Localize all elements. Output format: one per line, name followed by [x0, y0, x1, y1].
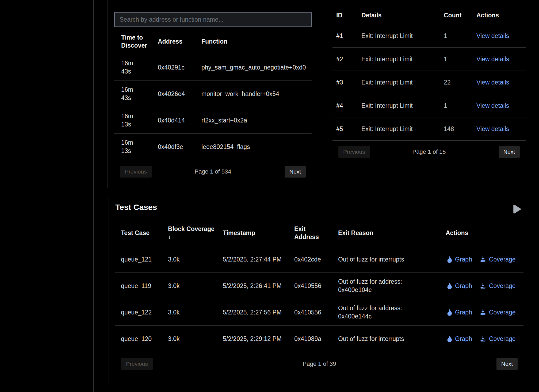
col-exit-address: Exit Address [289, 225, 332, 241]
graph-link-label: Graph [455, 335, 472, 343]
test-case-cell: queue_122 [115, 308, 162, 316]
download-icon [480, 256, 486, 263]
next-button[interactable]: Next [285, 166, 306, 178]
page-title: Test Cases [115, 203, 157, 212]
col-exit-reason: Exit Reason [332, 229, 440, 237]
coverage-link-label: Coverage [489, 255, 516, 263]
exits-panel-top-divider [332, 3, 526, 3]
col-time-to-discover: Time to Discover [114, 33, 151, 50]
coverage-link[interactable]: Coverage [480, 335, 516, 343]
coverage-link[interactable]: Coverage [480, 308, 516, 316]
col-block-coverage[interactable]: Block Coverage ↓ [162, 225, 217, 241]
exit-address-cell: 0x410556 [289, 282, 332, 290]
col-test-case: Test Case [115, 229, 162, 237]
time-cell: 16m 43s [114, 86, 151, 102]
coverage-link-label: Coverage [489, 308, 516, 316]
play-button[interactable] [511, 204, 521, 214]
exit-id: #2 [332, 55, 358, 63]
address-cell: 0x40291c [151, 63, 194, 71]
test-case-cell: queue_120 [115, 335, 162, 343]
timestamp-cell: 5/2/2025, 2:27:56 PM [217, 308, 289, 316]
view-details-link[interactable]: View details [476, 56, 509, 63]
exit-address-cell: 0x41089a [289, 335, 332, 343]
flame-icon [446, 256, 452, 263]
exit-address-cell: 0x402cde [289, 255, 332, 263]
exit-address-cell: 0x410556 [289, 308, 332, 316]
table-row: queue_121 3.0k 5/2/2025, 2:27:44 PM 0x40… [115, 246, 523, 273]
download-icon [480, 282, 486, 289]
functions-panel: Time to Discover Address Function 16m 43… [108, 0, 318, 188]
play-icon [511, 204, 521, 214]
block-coverage-cell: 3.0k [162, 335, 217, 343]
table-row: 16m 13s 0x40df3e ieee802154_flags [114, 134, 312, 160]
test-cases-pagination: Previous Page 1 of 39 Next [115, 358, 523, 370]
view-details-link[interactable]: View details [476, 32, 509, 39]
next-button[interactable]: Next [499, 146, 520, 158]
page-info: Page 1 of 39 [115, 358, 523, 370]
graph-link[interactable]: Graph [446, 255, 472, 263]
coverage-link-label: Coverage [489, 282, 516, 290]
search-input[interactable] [114, 12, 312, 27]
time-cell: 16m 43s [114, 59, 151, 75]
exits-panel: ID Details Count Actions #1 Exit: Interr… [326, 0, 532, 188]
graph-link-label: Graph [455, 255, 472, 263]
sort-descending-icon[interactable]: ↓ [168, 233, 217, 241]
exit-details: Exit: Interrupt Limit [358, 125, 440, 133]
function-cell: phy_sam_gmac_auto_negotiate+0xd0 [194, 63, 312, 71]
col-count: Count [440, 11, 473, 19]
flame-icon [446, 282, 452, 289]
function-cell: rf2xx_start+0x2a [194, 116, 312, 124]
function-cell: ieee802154_flags [194, 143, 312, 151]
table-row: #1 Exit: Interrupt Limit 1 View details [332, 24, 526, 48]
time-cell: 16m 13s [114, 139, 151, 155]
timestamp-cell: 5/2/2025, 2:26:41 PM [217, 282, 289, 290]
coverage-link-label: Coverage [489, 335, 516, 343]
graph-link[interactable]: Graph [446, 308, 472, 316]
block-coverage-cell: 3.0k [162, 255, 217, 263]
table-row: queue_120 3.0k 5/2/2025, 2:29:12 PM 0x41… [115, 326, 523, 352]
exit-count: 1 [440, 32, 473, 40]
test-case-cell: queue_119 [115, 282, 162, 290]
graph-link[interactable]: Graph [446, 282, 472, 290]
table-row: #5 Exit: Interrupt Limit 148 View detail… [332, 117, 526, 141]
exit-id: #5 [332, 125, 358, 133]
content-left-border [93, 0, 94, 392]
view-details-link[interactable]: View details [476, 79, 509, 86]
test-cases-table-header: Test Case Block Coverage ↓ Timestamp Exi… [115, 219, 523, 246]
block-coverage-cell: 3.0k [162, 308, 217, 316]
time-cell: 16m 13s [114, 112, 151, 128]
col-details: Details [358, 11, 440, 19]
page-info: Page 1 of 534 [114, 166, 312, 178]
graph-link-label: Graph [455, 308, 472, 316]
table-row: 16m 43s 0x40291c phy_sam_gmac_auto_negot… [114, 54, 312, 81]
address-cell: 0x40d414 [151, 116, 194, 124]
exit-reason-cell: Out of fuzz for address: 0x400e144c [332, 304, 440, 320]
exit-count: 1 [440, 102, 473, 110]
exits-pagination: Previous Page 1 of 15 Next [332, 146, 526, 158]
exit-id: #3 [332, 78, 358, 86]
address-cell: 0x40df3e [151, 143, 194, 151]
col-address: Address [151, 37, 194, 45]
download-icon [480, 335, 486, 342]
next-button[interactable]: Next [496, 358, 518, 370]
exit-reason-cell: Out of fuzz for interrupts [332, 255, 440, 263]
coverage-link[interactable]: Coverage [480, 255, 516, 263]
exit-details: Exit: Interrupt Limit [358, 55, 440, 63]
test-case-cell: queue_121 [115, 255, 162, 263]
view-details-link[interactable]: View details [476, 102, 509, 109]
table-row: #3 Exit: Interrupt Limit 22 View details [332, 71, 526, 94]
view-details-link[interactable]: View details [476, 125, 509, 132]
col-timestamp: Timestamp [217, 229, 289, 237]
exit-id: #4 [332, 102, 358, 110]
coverage-link[interactable]: Coverage [480, 282, 516, 290]
graph-link[interactable]: Graph [446, 335, 472, 343]
timestamp-cell: 5/2/2025, 2:29:12 PM [217, 335, 289, 343]
functions-table-header: Time to Discover Address Function [114, 33, 312, 54]
block-coverage-cell: 3.0k [162, 282, 217, 290]
exit-details: Exit: Interrupt Limit [358, 78, 440, 86]
functions-table: Time to Discover Address Function 16m 43… [114, 33, 312, 160]
table-row: queue_119 3.0k 5/2/2025, 2:26:41 PM 0x41… [115, 273, 523, 299]
exit-reason-cell: Out of fuzz for interrupts [332, 335, 440, 343]
page-info: Page 1 of 15 [332, 146, 526, 158]
test-cases-panel: Test Cases Test Case Block Coverage ↓ Ti… [109, 196, 530, 385]
